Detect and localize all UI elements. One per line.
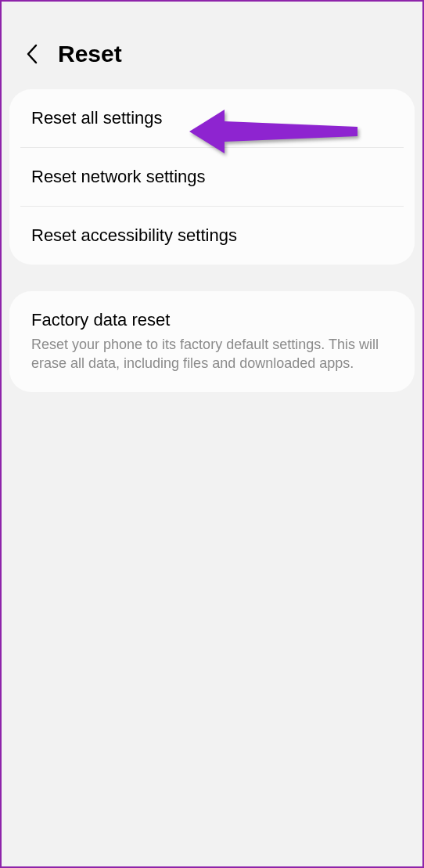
reset-accessibility-settings-row[interactable]: Reset accessibility settings [9,207,415,265]
header: Reset [2,2,422,89]
back-icon[interactable] [23,45,42,63]
factory-data-reset-row[interactable]: Factory data reset Reset your phone to i… [9,291,415,392]
reset-network-settings-label: Reset network settings [31,167,393,187]
reset-all-settings-label: Reset all settings [31,108,393,128]
page-title: Reset [58,41,122,67]
reset-network-settings-row[interactable]: Reset network settings [9,148,415,206]
reset-options-group: Reset all settings Reset network setting… [9,89,415,265]
factory-data-reset-label: Factory data reset [31,310,393,330]
factory-reset-group: Factory data reset Reset your phone to i… [9,291,415,392]
factory-data-reset-description: Reset your phone to its factory default … [31,335,393,373]
reset-accessibility-settings-label: Reset accessibility settings [31,225,393,246]
reset-all-settings-row[interactable]: Reset all settings [9,89,415,147]
